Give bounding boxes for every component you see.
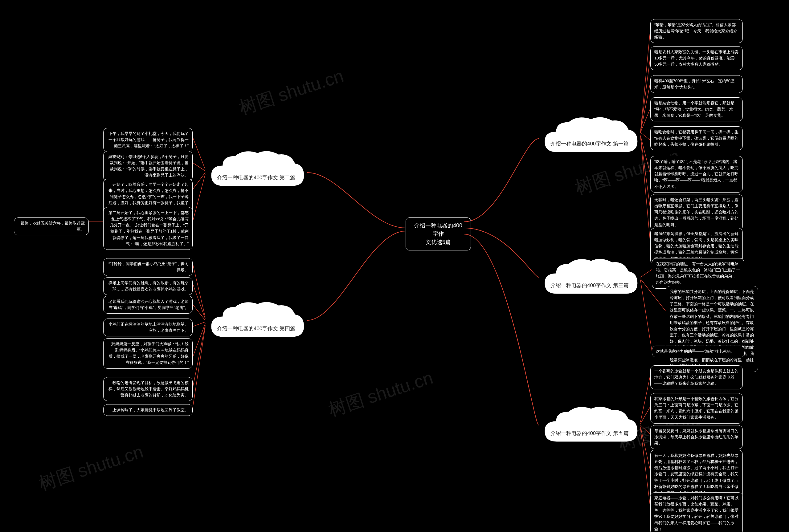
leaf-node[interactable]: “叮铃铃，同学们像一群小鸟飞出“笼子”，奔向操场。 [103, 258, 193, 276]
watermark: 树图 shutu.cn [237, 64, 347, 120]
leaf-node[interactable]: 一个香蕉的冰箱就是一个朋友也是你想去就去的地方，它们双边为什么仙默默服务的家庭电… [650, 365, 743, 390]
leaf-node[interactable]: 下午，我早早的到了小礼堂，今天，我们玩了一个非常好玩的游戏——抢凳子，我高兴得一… [103, 128, 193, 152]
watermark: 树图 shutu.cn [326, 366, 436, 422]
branch-label: 介绍一种电器的400字作文 第五篇 [539, 430, 640, 437]
leaf-node[interactable]: 猪是农村人家致富的关键。一头猪在市场上能卖10多元一斤，尤其今年，猪的身价暴涨，… [650, 46, 743, 70]
branch-node-1[interactable]: 介绍一种电器的400字作文 第一篇 [539, 111, 640, 163]
branch-node-3[interactable]: 介绍一种电器的400字作文 第三篇 [539, 253, 640, 305]
root-node[interactable]: 介绍一种电器的400字作 文优选5篇 [406, 217, 471, 250]
branch-label: 介绍一种电器的400字作文 第四篇 [205, 325, 307, 332]
branch-node-5[interactable]: 介绍一种电器的400字作文 第五篇 [539, 400, 640, 453]
leaf-node[interactable]: 猪吃食物时，它都要用鼻子闻一闻，拱一拱，生怕有人在食物中下毒。确认完，它便憨吞虎… [650, 126, 743, 150]
leaf-node[interactable]: 我家的冰箱共分两层，上面的是保鲜层，下面是冷冻层，打开冰箱的上门，便可以看到里面… [666, 286, 758, 372]
leaf-node[interactable]: 无聊时，猪还会打架，两三头猪头凑冲那波，露出獠牙相互示威。它们主要用身子互撞别人… [650, 194, 743, 231]
leaf-node[interactable]: 最终，xx过五关斩六将，最终取得冠军。 [14, 217, 89, 235]
leaf-node[interactable]: 狡猾的老鹰发现了目标，故意做出飞走的模样，然后又偷偷绕地躲来袭击。幸好鸡妈妈机警… [103, 377, 193, 401]
leaf-node[interactable]: “吃了睡，睡了吃”可不是老百姓乱形容猪的。猪本来就这样。猪不爱动，像个瘫痪的病人… [650, 156, 743, 192]
branch-label: 介绍一种电器的400字作文 第三篇 [539, 282, 640, 289]
leaf-node[interactable]: 这就是我家得力的助手——“海尔”牌电冰箱。 [652, 346, 744, 357]
branch-node-4[interactable]: 介绍一种电器的400字作文 第四篇 [205, 296, 307, 348]
leaf-node[interactable]: 我家冰箱的外形是一个精致的嫩色长方体，它分为三门：上面两门是冷藏，下面一门是冷冻… [650, 393, 743, 423]
leaf-node[interactable]: 猪有400至700斤重，身长1米左右，宽约50厘米，显然是个“大块头”。 [650, 75, 743, 93]
leaf-node[interactable]: 有一天，我和妈妈准备做绿豆雪糕，妈妈先熬绿豆粥，用塑料杯装了五杯，然后将棒子插进… [650, 450, 743, 499]
leaf-node[interactable]: 操场上同学们有的跳绳，有的散步，有的玩垒球……还有我最喜欢的老鹰抓小鸡的游戏。 [103, 277, 193, 295]
branch-label: 介绍一种电器的400字作文 第二篇 [205, 174, 307, 181]
leaf-node[interactable]: 鸡妈妈第一反应，对孩子们大声喊：“快！躲到妈妈身后。”小鸡们急冲冲地躲在妈妈身后… [103, 338, 193, 369]
branch-label: 介绍一种电器的400字作文 第一篇 [539, 140, 640, 147]
leaf-node[interactable]: 在我家厨房的墙边，有一台大大的“海尔”牌电冰箱。它很高，是银灰色的，冰箱门正门上… [652, 258, 744, 289]
leaf-node[interactable]: “笨猪，笨猪”是家长骂人的“法宝”。相信大家都经历过被骂“笨猪”吧！今天，我就给… [650, 19, 743, 43]
leaf-node[interactable]: 猪是杂食动物。用一个字就能形容它，那就是“胖”，猪不爱动，食量很大。肉类、蔬菜、… [650, 97, 743, 121]
leaf-node[interactable]: 家庭电器——冰箱，对我们多么有用啊！它可以帮我们放很多东西，比如水果、蔬菜、鸡蛋… [650, 492, 743, 532]
leaf-node[interactable]: 第二局开始了，我心里紧张的一上一下，都感觉上气接不了下气。我对xx说：“等会儿咱… [103, 207, 193, 250]
leaf-node[interactable]: 游戏规则：每组选6个人参赛，5个凳子，只要裁判说：“开始。”选手就开始围着凳子跑… [103, 151, 193, 182]
mindmap-canvas: 树图 shutu.cn 树图 shutu.cn 树图 shutu.cn 树图 s… [0, 0, 789, 532]
leaf-node[interactable]: 每当炎炎夏日，妈妈就从冰箱里拿出清爽可口的冰淇淋，每天早上我会从冰箱里拿出红彤彤… [650, 425, 743, 449]
leaf-node[interactable]: 小鸡们正在绿油油的草地上津津有味地张望。突然，老鹰直冲而下。 [103, 319, 193, 336]
leaf-node[interactable]: 上课铃响了，大家意犹未尽地回到了教室。 [103, 404, 193, 416]
branch-node-2[interactable]: 介绍一种电器的400字作文 第二篇 [205, 145, 307, 197]
leaf-node[interactable]: 老师看我们玩得这么开心就加入了游戏，老师当“母鸡”，同学们当“小鸡”，男同学当“… [103, 296, 193, 314]
watermark: 树图 shutu.cn [36, 440, 146, 496]
